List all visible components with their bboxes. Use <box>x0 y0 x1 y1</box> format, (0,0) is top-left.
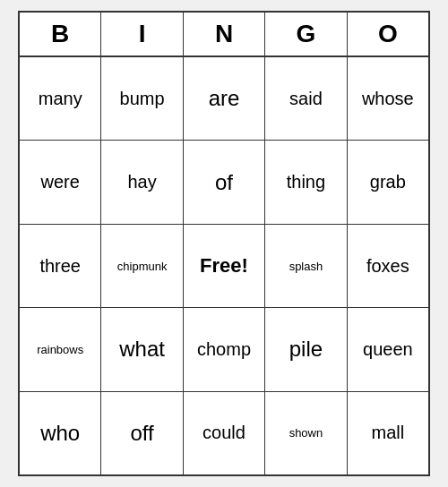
cell-text-3-1: what <box>119 337 165 362</box>
cell-text-1-4: grab <box>370 172 406 192</box>
header-cell-g: G <box>265 13 347 56</box>
bingo-row-3: rainbowswhatchomppilequeen <box>20 308 428 391</box>
bingo-cell-4-3: shown <box>265 392 347 474</box>
bingo-cell-3-4: queen <box>348 308 428 390</box>
bingo-cell-0-0: many <box>20 57 101 140</box>
bingo-row-2: threechipmunkFree!splashfoxes <box>20 225 428 308</box>
cell-text-2-4: foxes <box>366 256 409 277</box>
bingo-cell-2-3: splash <box>265 225 347 307</box>
cell-text-0-3: said <box>289 89 323 109</box>
cell-text-2-2: Free! <box>200 254 248 278</box>
bingo-cell-0-3: said <box>265 57 347 140</box>
cell-text-3-0: rainbows <box>37 343 83 356</box>
bingo-cell-4-4: mall <box>348 392 428 474</box>
bingo-row-4: whooffcouldshownmall <box>20 392 428 474</box>
cell-text-4-1: off <box>130 421 153 446</box>
bingo-cell-4-2: could <box>184 392 265 474</box>
cell-text-1-2: of <box>215 170 233 195</box>
cell-text-0-0: many <box>39 89 82 109</box>
bingo-cell-3-1: what <box>101 308 183 390</box>
bingo-row-1: werehayofthinggrab <box>20 141 428 224</box>
cell-text-2-3: splash <box>289 260 323 273</box>
bingo-cell-3-0: rainbows <box>20 308 101 390</box>
bingo-cell-2-4: foxes <box>348 225 428 307</box>
bingo-cell-1-1: hay <box>101 141 183 223</box>
cell-text-0-1: bump <box>120 89 165 109</box>
bingo-row-0: manybumparesaidwhose <box>20 57 428 141</box>
cell-text-3-3: pile <box>289 337 323 362</box>
bingo-cell-2-2: Free! <box>184 225 265 307</box>
cell-text-1-3: thing <box>287 172 325 192</box>
cell-text-0-2: are <box>209 86 240 111</box>
bingo-cell-3-2: chomp <box>184 308 265 390</box>
cell-text-1-1: hay <box>127 172 156 192</box>
cell-text-0-4: whose <box>362 89 414 109</box>
bingo-card: BINGO manybumparesaidwhosewerehayofthing… <box>18 11 430 476</box>
bingo-cell-1-3: thing <box>265 141 347 223</box>
bingo-cell-4-0: who <box>20 392 101 474</box>
cell-text-4-0: who <box>40 421 80 446</box>
bingo-cell-1-2: of <box>184 141 265 223</box>
bingo-cell-0-2: are <box>184 57 265 140</box>
bingo-cell-3-3: pile <box>265 308 347 390</box>
cell-text-3-4: queen <box>363 339 413 360</box>
header-cell-b: B <box>20 13 101 56</box>
cell-text-2-0: three <box>39 256 81 277</box>
cell-text-1-0: were <box>41 172 80 192</box>
bingo-body: manybumparesaidwhosewerehayofthinggrabth… <box>20 57 428 474</box>
cell-text-4-2: could <box>202 423 246 443</box>
bingo-cell-4-1: off <box>101 392 183 474</box>
header-cell-o: O <box>348 13 428 56</box>
bingo-cell-0-4: whose <box>348 57 428 140</box>
header-cell-i: I <box>101 13 183 56</box>
cell-text-2-1: chipmunk <box>117 260 168 273</box>
cell-text-4-4: mall <box>371 423 404 443</box>
bingo-cell-0-1: bump <box>101 57 183 140</box>
bingo-cell-2-1: chipmunk <box>101 225 183 307</box>
bingo-header: BINGO <box>20 13 428 57</box>
bingo-cell-2-0: three <box>20 225 101 307</box>
header-cell-n: N <box>184 13 265 56</box>
bingo-cell-1-4: grab <box>348 141 428 223</box>
bingo-cell-1-0: were <box>20 141 101 223</box>
cell-text-4-3: shown <box>289 426 323 440</box>
cell-text-3-2: chomp <box>197 339 251 360</box>
